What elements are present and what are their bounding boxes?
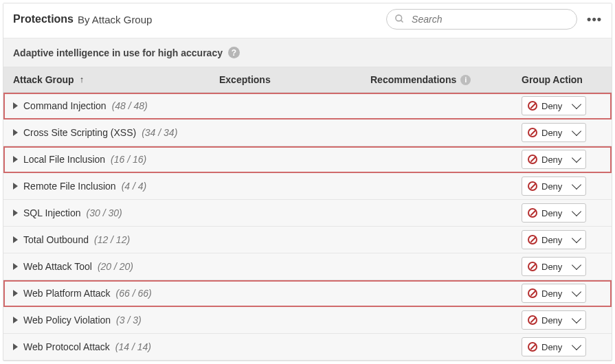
attack-group-count: (66 / 66): [116, 288, 152, 299]
group-action-cell: Deny: [522, 337, 602, 356]
table-row[interactable]: Remote File Inclusion(4 / 4)Deny: [3, 173, 612, 200]
attack-group-cell[interactable]: SQL Injection(30 / 30): [13, 207, 219, 218]
attack-group-cell[interactable]: Remote File Inclusion(4 / 4): [13, 181, 219, 192]
attack-group-count: (34 / 34): [142, 127, 177, 138]
search-input[interactable]: [386, 9, 577, 30]
expand-icon[interactable]: [13, 102, 18, 109]
chevron-down-icon: [572, 234, 581, 243]
group-action-cell: Deny: [522, 203, 602, 223]
sort-asc-icon: ↑: [80, 74, 85, 84]
col-attack-group-label: Attack Group: [13, 74, 74, 85]
group-action-select[interactable]: Deny: [522, 150, 586, 169]
action-label: Deny: [541, 208, 569, 218]
help-icon[interactable]: ?: [228, 47, 240, 58]
attack-group-name: Local File Inclusion: [23, 154, 105, 165]
group-action-select[interactable]: Deny: [522, 310, 586, 330]
table-row[interactable]: Web Attack Tool(20 / 20)Deny: [3, 253, 612, 280]
more-menu-icon[interactable]: •••: [587, 12, 602, 27]
expand-icon[interactable]: [13, 263, 18, 270]
rows-container: Command Injection(48 / 48)DenyCross Site…: [3, 93, 612, 361]
attack-group-count: (4 / 4): [122, 181, 147, 192]
chevron-down-icon: [572, 341, 581, 350]
group-action-select[interactable]: Deny: [522, 123, 586, 142]
page-title: Protections: [13, 13, 74, 25]
col-recommendations-label: Recommendations: [370, 74, 456, 85]
attack-group-cell[interactable]: Web Protocol Attack(14 / 14): [13, 341, 219, 352]
page-subtitle: By Attack Group: [78, 14, 152, 25]
deny-icon: [528, 342, 537, 352]
group-action-select[interactable]: Deny: [522, 257, 586, 276]
table-row[interactable]: SQL Injection(30 / 30)Deny: [3, 200, 612, 227]
panel-header: Protections By Attack Group •••: [3, 3, 612, 38]
expand-icon[interactable]: [13, 183, 18, 190]
expand-icon[interactable]: [13, 209, 18, 216]
action-label: Deny: [541, 342, 569, 352]
expand-icon[interactable]: [13, 290, 18, 297]
expand-icon[interactable]: [13, 343, 18, 350]
table-row[interactable]: Cross Site Scripting (XSS)(34 / 34)Deny: [3, 120, 612, 146]
attack-group-name: Cross Site Scripting (XSS): [23, 127, 136, 138]
table-row[interactable]: Total Outbound(12 / 12)Deny: [3, 227, 612, 253]
group-action-cell: Deny: [522, 96, 602, 115]
chevron-down-icon: [572, 260, 581, 270]
attack-group-cell[interactable]: Total Outbound(12 / 12): [13, 234, 219, 245]
chevron-down-icon: [572, 153, 581, 163]
chevron-down-icon: [572, 126, 581, 136]
expand-icon[interactable]: [13, 236, 18, 243]
group-action-select[interactable]: Deny: [522, 230, 586, 249]
deny-icon: [528, 181, 537, 191]
table-row[interactable]: Web Protocol Attack(14 / 14)Deny: [3, 334, 612, 361]
action-label: Deny: [541, 235, 569, 245]
attack-group-cell[interactable]: Web Platform Attack(66 / 66): [13, 288, 219, 299]
attack-group-cell[interactable]: Cross Site Scripting (XSS)(34 / 34): [13, 127, 219, 138]
expand-icon[interactable]: [13, 129, 18, 136]
attack-group-name: SQL Injection: [23, 207, 81, 218]
col-recommendations[interactable]: Recommendations i: [370, 74, 522, 85]
attack-group-cell[interactable]: Web Policy Violation(3 / 3): [13, 315, 219, 326]
attack-group-cell[interactable]: Command Injection(48 / 48): [13, 100, 219, 111]
svg-point-0: [396, 15, 402, 21]
action-label: Deny: [541, 101, 569, 111]
expand-icon[interactable]: [13, 156, 18, 163]
col-group-action-label: Group Action: [522, 74, 583, 85]
svg-line-1: [401, 20, 403, 22]
group-action-select[interactable]: Deny: [522, 284, 586, 303]
expand-icon[interactable]: [13, 317, 18, 323]
attack-group-count: (12 / 12): [94, 234, 130, 245]
column-headers: Attack Group ↑ Exceptions Recommendation…: [3, 67, 612, 93]
chevron-down-icon: [572, 100, 581, 109]
group-action-cell: Deny: [522, 284, 602, 303]
col-group-action[interactable]: Group Action: [522, 74, 602, 85]
table-row[interactable]: Local File Inclusion(16 / 16)Deny: [3, 146, 612, 173]
col-exceptions[interactable]: Exceptions: [219, 74, 370, 85]
attack-group-name: Total Outbound: [23, 234, 89, 245]
attack-group-count: (16 / 16): [111, 154, 146, 165]
attack-group-count: (14 / 14): [115, 341, 151, 352]
adaptive-banner: Adaptive intelligence in use for high ac…: [3, 38, 612, 67]
deny-icon: [528, 262, 537, 271]
action-label: Deny: [541, 288, 569, 299]
group-action-cell: Deny: [522, 257, 602, 276]
attack-group-cell[interactable]: Web Attack Tool(20 / 20): [13, 261, 219, 272]
search-icon: [394, 14, 405, 24]
group-action-cell: Deny: [522, 310, 602, 330]
action-label: Deny: [541, 315, 569, 326]
group-action-select[interactable]: Deny: [522, 337, 586, 356]
group-action-select[interactable]: Deny: [522, 177, 586, 196]
group-action-cell: Deny: [522, 123, 602, 142]
deny-icon: [528, 288, 537, 298]
deny-icon: [528, 128, 537, 137]
deny-icon: [528, 208, 537, 218]
table-row[interactable]: Web Platform Attack(66 / 66)Deny: [3, 280, 612, 307]
info-icon[interactable]: i: [460, 75, 471, 85]
group-action-cell: Deny: [522, 150, 602, 169]
deny-icon: [528, 235, 537, 244]
group-action-select[interactable]: Deny: [522, 96, 586, 115]
banner-text: Adaptive intelligence in use for high ac…: [13, 47, 223, 58]
chevron-down-icon: [572, 207, 581, 216]
col-attack-group[interactable]: Attack Group ↑: [13, 74, 219, 85]
group-action-select[interactable]: Deny: [522, 203, 586, 223]
table-row[interactable]: Web Policy Violation(3 / 3)Deny: [3, 307, 612, 334]
attack-group-cell[interactable]: Local File Inclusion(16 / 16): [13, 154, 219, 165]
table-row[interactable]: Command Injection(48 / 48)Deny: [3, 93, 612, 120]
